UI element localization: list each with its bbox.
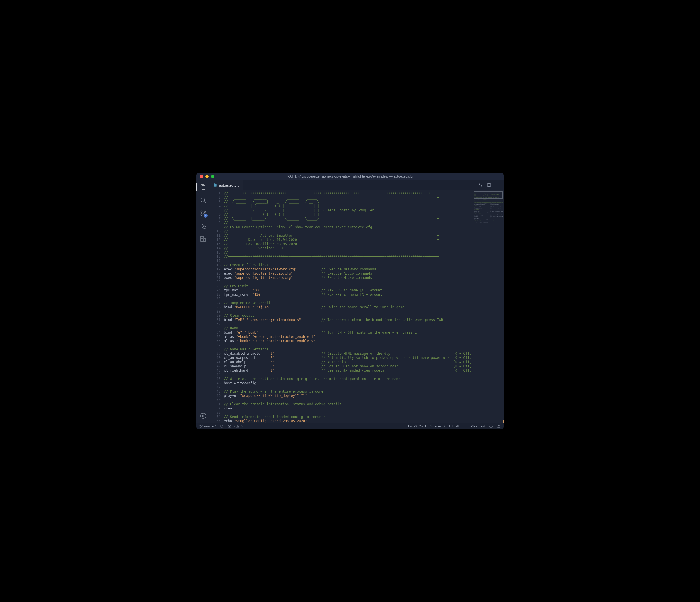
- git-branch[interactable]: master*: [199, 425, 216, 428]
- app-window: PATH: ~/.vscode/extensions/cs-go-syntax-…: [196, 173, 504, 429]
- encoding[interactable]: UTF-8: [449, 425, 459, 428]
- tab-autoexec[interactable]: autoexec.cfg: [210, 180, 243, 190]
- editor-group: autoexec.cfg 123456789101112131415161718…: [210, 180, 504, 423]
- tab-label: autoexec.cfg: [219, 183, 240, 188]
- feedback-icon[interactable]: [489, 425, 493, 428]
- svg-point-18: [490, 425, 493, 428]
- svg-point-13: [499, 185, 499, 185]
- search-icon[interactable]: [199, 196, 207, 204]
- svg-rect-7: [203, 239, 206, 241]
- cursor-position[interactable]: Ln 56, Col 1: [408, 425, 426, 428]
- compare-changes-icon[interactable]: [478, 183, 483, 188]
- svg-rect-6: [201, 239, 203, 241]
- eol[interactable]: LF: [462, 425, 467, 428]
- window-title: PATH: ~/.vscode/extensions/cs-go-syntax-…: [196, 174, 504, 178]
- source-control-icon[interactable]: 3: [199, 209, 207, 217]
- extensions-icon[interactable]: [199, 235, 207, 243]
- svg-point-4: [203, 226, 206, 229]
- svg-rect-8: [204, 236, 206, 238]
- language-mode[interactable]: Plain Text: [471, 425, 485, 428]
- minimap[interactable]: //++++++++++++++++++++++++++++++++++++++…: [473, 190, 504, 423]
- file-icon: [213, 183, 217, 188]
- titlebar: PATH: ~/.vscode/extensions/cs-go-syntax-…: [196, 173, 504, 180]
- branch-name: master*: [204, 425, 216, 428]
- svg-point-14: [200, 425, 200, 426]
- debug-icon[interactable]: [199, 222, 207, 230]
- line-gutter: 1234567891011121314151617181920212223242…: [210, 190, 224, 423]
- minimap-highlight: [503, 420, 504, 423]
- svg-point-1: [201, 211, 202, 212]
- status-bar: master* 0 0 Ln 56, Col 1 Spaces: 2 UTF-8…: [196, 423, 504, 429]
- more-actions-icon[interactable]: [495, 183, 500, 188]
- svg-point-2: [201, 214, 202, 216]
- maximize-window-button[interactable]: [211, 175, 214, 178]
- activity-bar: 3: [196, 180, 210, 423]
- notifications-icon[interactable]: [497, 425, 501, 428]
- svg-point-9: [202, 415, 204, 417]
- minimize-window-button[interactable]: [205, 175, 209, 178]
- window-controls: [200, 175, 214, 178]
- split-editor-icon[interactable]: [487, 183, 491, 188]
- sync-icon[interactable]: [220, 425, 224, 428]
- indentation[interactable]: Spaces: 2: [430, 425, 445, 428]
- explorer-icon[interactable]: [199, 183, 207, 191]
- tab-bar: autoexec.cfg: [210, 180, 504, 190]
- svg-point-12: [497, 185, 498, 185]
- close-window-button[interactable]: [200, 175, 203, 178]
- code-area[interactable]: //++++++++++++++++++++++++++++++++++++++…: [224, 190, 473, 423]
- source-control-badge: 3: [204, 214, 207, 218]
- svg-point-0: [201, 198, 205, 202]
- minimap-viewport[interactable]: [474, 191, 502, 199]
- svg-point-3: [204, 211, 206, 213]
- editor[interactable]: 1234567891011121314151617181920212223242…: [210, 190, 504, 423]
- svg-point-15: [200, 427, 200, 428]
- settings-gear-icon[interactable]: [199, 412, 207, 420]
- svg-point-11: [496, 185, 496, 185]
- editor-actions: [478, 180, 504, 190]
- main-body: 3 autoexec.cfg: [196, 180, 504, 423]
- svg-point-16: [202, 426, 202, 426]
- svg-rect-5: [201, 236, 203, 239]
- problems[interactable]: 0 0: [227, 425, 243, 428]
